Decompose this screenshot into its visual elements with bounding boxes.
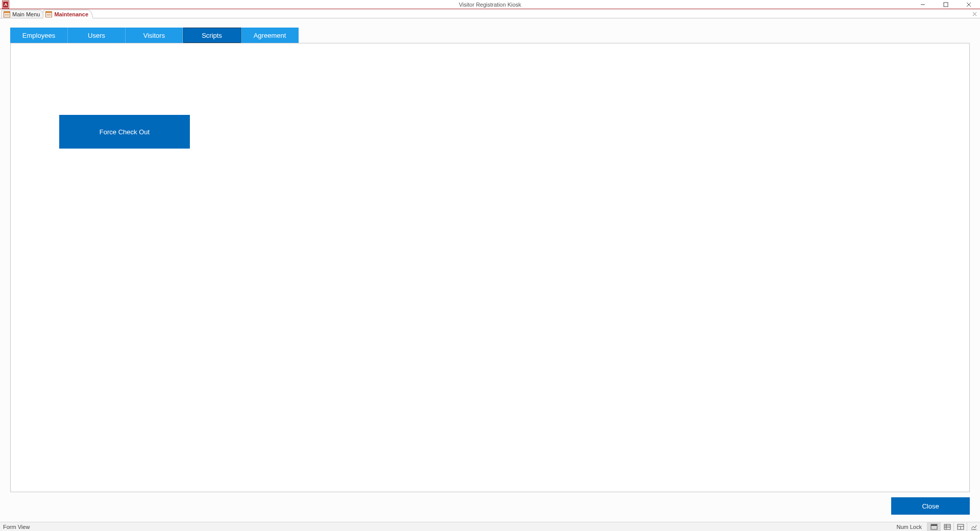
close-tab-button[interactable] xyxy=(971,10,978,17)
close-window-button[interactable] xyxy=(957,0,980,9)
svg-rect-16 xyxy=(944,524,950,529)
document-tabs: Main Menu Maintenance xyxy=(1,9,91,18)
page-tab-visitors[interactable]: Visitors xyxy=(126,28,183,43)
page-tabs: Employees Users Visitors Scripts Agreeme… xyxy=(10,28,980,43)
page-tab-label: Users xyxy=(88,32,105,39)
form-area: Employees Users Visitors Scripts Agreeme… xyxy=(0,18,980,522)
svg-rect-15 xyxy=(931,524,937,526)
document-tab-strip: Main Menu Maintenance xyxy=(0,9,980,18)
window-title: Visitor Registration Kiosk xyxy=(459,2,521,8)
page-tab-label: Employees xyxy=(22,32,55,39)
page-tab-employees[interactable]: Employees xyxy=(10,28,68,43)
page-tab-scripts[interactable]: Scripts xyxy=(183,28,241,43)
page-tab-label: Visitors xyxy=(143,32,165,39)
status-bar: Form View Num Lock xyxy=(0,522,980,531)
form-icon xyxy=(45,11,52,17)
layout-view-button[interactable] xyxy=(953,522,967,531)
scripts-panel: Force Check Out xyxy=(10,43,970,492)
app-icon: A xyxy=(0,0,11,9)
maximize-button[interactable] xyxy=(934,0,957,9)
form-view-button[interactable] xyxy=(927,522,940,531)
datasheet-view-button[interactable] xyxy=(940,522,953,531)
access-icon: A xyxy=(3,1,9,8)
force-check-out-button[interactable]: Force Check Out xyxy=(59,115,190,149)
svg-rect-9 xyxy=(46,11,52,13)
tab-label: Maintenance xyxy=(54,11,88,17)
button-label: Force Check Out xyxy=(100,128,150,136)
page-tab-agreement[interactable]: Agreement xyxy=(241,28,299,43)
window-controls xyxy=(911,0,980,9)
close-button[interactable]: Close xyxy=(891,497,970,515)
numlock-indicator: Num Lock xyxy=(896,524,922,530)
minimize-button[interactable] xyxy=(911,0,934,9)
page-tab-label: Scripts xyxy=(202,32,222,39)
button-label: Close xyxy=(922,502,939,510)
tab-maintenance[interactable]: Maintenance xyxy=(43,10,93,18)
page-tab-label: Agreement xyxy=(254,32,286,39)
title-bar: A Visitor Registration Kiosk xyxy=(0,0,980,9)
tab-label: Main Menu xyxy=(12,11,40,17)
svg-rect-5 xyxy=(4,11,10,13)
design-view-button[interactable] xyxy=(967,522,980,531)
svg-rect-1 xyxy=(944,3,948,7)
view-mode-label: Form View xyxy=(3,524,30,530)
tab-main-menu[interactable]: Main Menu xyxy=(1,10,44,18)
page-tab-users[interactable]: Users xyxy=(68,28,126,43)
form-icon xyxy=(4,11,10,17)
